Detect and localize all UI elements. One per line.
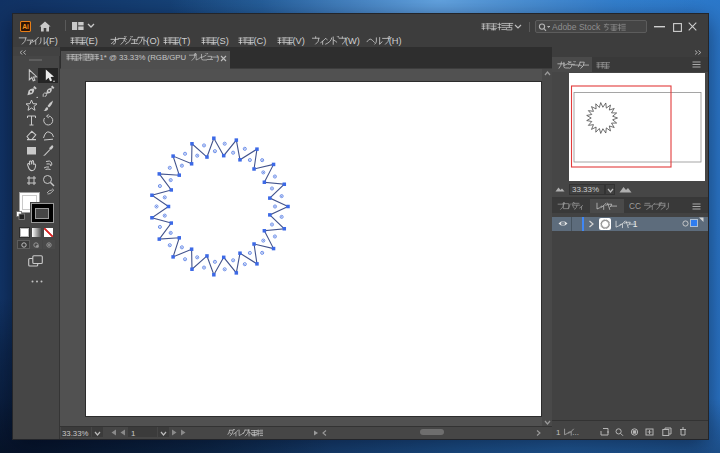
svg-text:1: 1 (556, 428, 561, 437)
svg-text:(C): (C) (253, 36, 266, 46)
svg-text:-1* @ 33.33% (RGB/GPU: -1* @ 33.33% (RGB/GPU (97, 53, 187, 62)
svg-text:(H): (H) (389, 36, 402, 46)
svg-text:(V): (V) (292, 36, 304, 46)
svg-text:...: ... (572, 428, 579, 437)
svg-text:(E): (E) (85, 36, 97, 46)
svg-text:33.33%: 33.33% (572, 185, 599, 194)
svg-text:Ai: Ai (22, 23, 29, 30)
svg-text:(T): (T) (178, 36, 190, 46)
svg-text:(W): (W) (345, 36, 360, 46)
svg-text:1: 1 (131, 429, 135, 438)
svg-text:(S): (S) (216, 36, 228, 46)
svg-text:1: 1 (632, 220, 637, 229)
svg-text:(O): (O) (146, 36, 159, 46)
svg-text:Adobe Stock: Adobe Stock (552, 23, 601, 32)
svg-text:CC: CC (629, 202, 641, 211)
svg-text:33.33%: 33.33% (62, 429, 89, 438)
svg-text:(F): (F) (46, 36, 58, 46)
